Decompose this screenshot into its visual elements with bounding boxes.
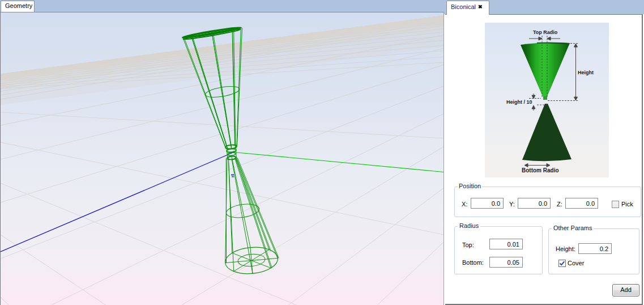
svg-text:Top Radio: Top Radio [533, 29, 558, 35]
svg-text:Height / 10: Height / 10 [506, 99, 532, 105]
svg-text:Bottom Radio: Bottom Radio [522, 167, 559, 173]
svg-text:Height: Height [578, 70, 594, 75]
